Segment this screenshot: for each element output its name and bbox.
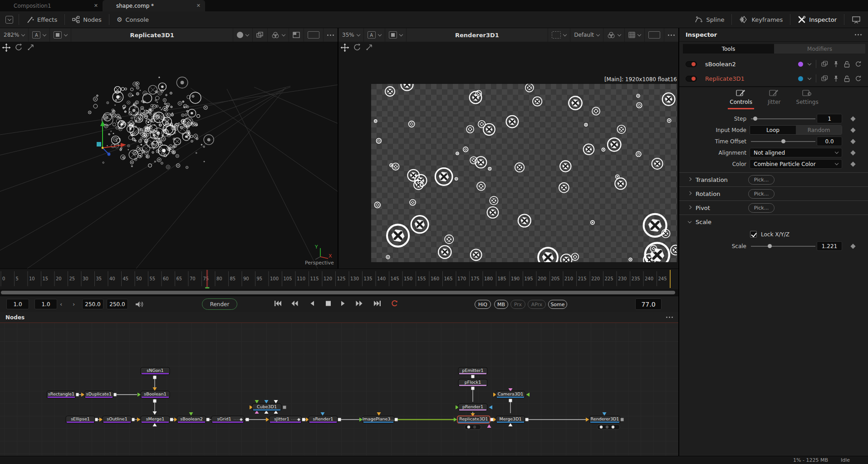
loop-button[interactable] [391,300,399,307]
fit-button[interactable] [304,28,323,42]
timeline-scrollbar[interactable] [1,291,675,294]
display-button[interactable] [844,11,868,28]
graph-node-sduplicate1[interactable]: sDuplicate1 [84,391,113,398]
graph-node-sboolean1[interactable]: sBoolean1 [141,391,170,398]
keyframe-diamond-icon[interactable] [850,161,855,166]
section-chevron-icon[interactable] [688,177,691,181]
alpha-toggle[interactable]: A [364,28,385,42]
lock-icon[interactable] [844,75,850,82]
pan-icon[interactable] [340,43,349,52]
tab-controls[interactable]: Controls [728,88,754,109]
keyframe-diamond-icon[interactable] [850,150,855,155]
keyframe-diamond-icon[interactable] [850,244,855,249]
zoom-level-dropdown[interactable]: 282% [0,28,28,42]
pick-button[interactable]: Pick... [748,203,775,213]
param-slider[interactable] [751,246,815,247]
tab-shape-comp[interactable]: shape.comp * ✕ [103,0,205,11]
keyframe-diamond-icon[interactable] [850,127,855,132]
versions-icon[interactable] [821,61,828,67]
section-chevron-icon[interactable] [688,191,691,195]
viewer-left-options[interactable] [324,28,338,42]
node-graph[interactable]: sNGon1sRectangle1sDuplicate1sBoolean1sEl… [0,323,678,456]
param-dropdown[interactable]: Combine Particle Color [750,159,842,169]
section-rotation[interactable]: RotationPick... [679,186,868,200]
enable-toggle[interactable] [686,76,697,82]
graph-node-sellipse1[interactable]: sEllipse1 [66,416,95,423]
tab-settings[interactable]: Settings [794,88,820,109]
lock-checkbox[interactable] [750,231,757,238]
pick-button[interactable]: Pick... [748,175,775,185]
param-segmented[interactable]: LoopRandom [750,125,842,135]
graph-node-renderer3d1[interactable]: Renderer3D1 [589,416,620,423]
reset-icon[interactable] [855,61,862,68]
inspector-node-sboolean2[interactable]: sBoolean2 [679,57,868,71]
versions-icon[interactable] [821,75,828,82]
viewer-left-content[interactable]: Y X Perspective [0,42,338,269]
current-frame-field[interactable]: 77.0 [635,298,662,310]
graph-node-srectangle1[interactable]: sRectangle1 [47,391,76,398]
stop-button[interactable] [325,300,333,307]
zoom-level-dropdown[interactable]: 35% [338,28,363,42]
keyframe-diamond-icon[interactable] [850,139,855,144]
graph-node-cube3d1[interactable]: Cube3D1 [252,404,281,411]
option-loop[interactable]: Loop [750,126,796,134]
dod-button[interactable] [548,28,570,42]
param-slider[interactable] [751,141,815,142]
fit-button[interactable] [645,28,664,42]
split-view-button[interactable] [289,28,304,42]
step-forward-button[interactable]: › [73,301,75,308]
scale-icon[interactable] [365,43,373,51]
chevron-down-icon[interactable] [808,76,811,79]
render-button[interactable]: Render [202,298,237,310]
pick-button[interactable]: Pick... [748,189,775,199]
rotate-icon[interactable] [15,43,23,52]
tab-modifiers[interactable]: Modifiers [774,44,865,54]
roi-toggle[interactable] [50,28,71,42]
close-icon[interactable]: ✕ [196,3,201,9]
graph-node-sngon1[interactable]: sNGon1 [141,367,170,375]
reset-icon[interactable] [855,75,862,82]
section-chevron-icon[interactable] [688,219,691,223]
global-end-field[interactable]: 250.0 [107,299,128,309]
graph-node-pemitter1[interactable]: pEmitter1 [458,367,487,375]
graph-node-pflock1[interactable]: pFlock1 [458,379,487,386]
option-random[interactable]: Random [796,126,842,134]
nodes-options-icon[interactable] [666,317,673,318]
grid-button[interactable] [625,28,644,42]
graph-node-sjitter1[interactable]: sJitter1 [269,416,302,423]
3d-perspective-view[interactable] [0,42,338,269]
tile-color-dot[interactable] [798,76,803,81]
roi-toggle[interactable] [385,28,406,42]
timeline-ruler[interactable]: 0510152025303540455055606570758085909510… [0,269,678,289]
param-slider[interactable] [751,118,815,119]
section-scale[interactable]: Scale [679,215,868,229]
section-pivot[interactable]: PivotPick... [679,200,868,215]
viewer-right-content[interactable]: [Main]: 1920x1080 float16 [338,42,678,269]
console-button[interactable]: ⚙ Console [109,11,156,28]
smr-button[interactable] [233,28,252,42]
chevron-down-icon[interactable] [808,61,811,65]
quality-prx[interactable]: Prx [510,300,525,309]
play-reverse-button[interactable] [309,300,317,307]
fast-rewind-button[interactable] [291,300,299,307]
section-chevron-icon[interactable] [688,205,691,209]
goto-start-button[interactable] [274,300,282,307]
graph-node-camera3d1[interactable]: Camera3D1 [496,391,525,398]
nodes-button[interactable]: Nodes [65,11,109,28]
global-start-field[interactable]: 1.0 [6,299,29,309]
channel-dropdown[interactable]: Default [570,28,603,42]
graph-node-sboolean2[interactable]: sBoolean2 [177,416,206,423]
section-translation[interactable]: TranslationPick... [679,172,868,186]
param-value[interactable]: 1.221 [817,241,842,251]
rotate-icon[interactable] [353,43,362,52]
tab-jitter[interactable]: Jitter [766,88,783,109]
effects-button[interactable]: Effects [19,11,64,28]
fast-forward-button[interactable] [355,300,363,307]
graph-node-smerge1[interactable]: sMerge1 [141,416,170,423]
spline-button[interactable]: Spline [687,11,731,28]
quality-mb[interactable]: MB [494,300,508,309]
render-end-field[interactable]: 250.0 [82,299,103,309]
quality-aprx[interactable]: APrx [528,300,546,309]
pin-icon[interactable] [833,61,839,68]
layers-button[interactable] [253,28,267,42]
